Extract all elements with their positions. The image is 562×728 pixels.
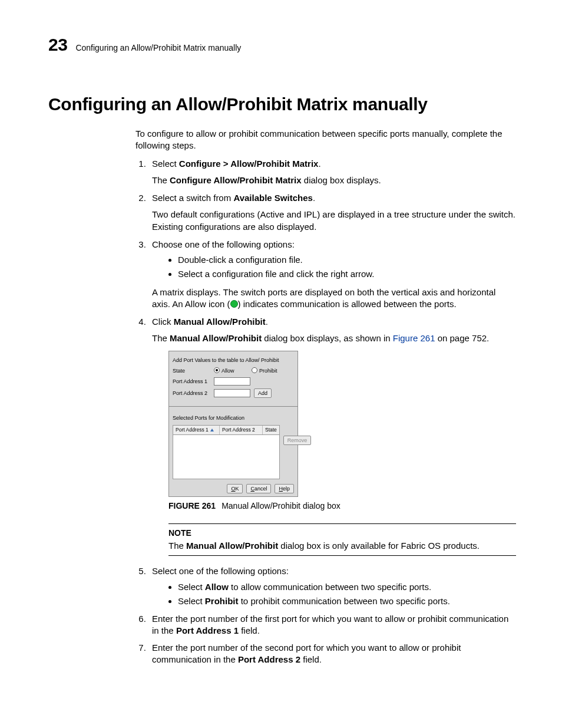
step-4: Click Manual Allow/Prohibit. The Manual …	[148, 316, 516, 556]
step-3-text: Choose one of the following options:	[152, 239, 295, 249]
manual-allow-prohibit-dialog: Add Port Values to the table to Allow/ P…	[168, 351, 298, 498]
allow-icon	[230, 300, 238, 308]
step-1: Select Configure > Allow/Prohibit Matrix…	[148, 158, 516, 187]
note-body: The Manual Allow/Prohibit dialog box is …	[168, 540, 516, 552]
page-title: Configuring an Allow/Prohibit Matrix man…	[48, 93, 516, 117]
table-header: Port Address 1 Port Address 2 State	[173, 425, 280, 435]
step-5-bullet-1: Select Allow to allow communication betw…	[178, 581, 516, 593]
port-address-1-label: Port Address 1	[173, 378, 214, 385]
running-title: Configuring an Allow/Prohibit Matrix man…	[75, 42, 241, 54]
allow-radio[interactable]: Allow	[214, 367, 252, 374]
remove-button[interactable]: Remove	[283, 436, 312, 445]
step-5-text: Select one of the following options:	[152, 566, 289, 576]
step-3-bullet-1: Double-click a configuration file.	[178, 254, 516, 266]
step-6: Enter the port number of the first port …	[148, 613, 516, 637]
step-2: Select a switch from Available Switches.…	[148, 192, 516, 233]
intro-paragraph: To configure to allow or prohibit commun…	[135, 128, 516, 152]
figure-caption: FIGURE 261Manual Allow/Prohibit dialog b…	[168, 500, 516, 512]
sort-asc-icon	[210, 429, 214, 431]
note-heading: NOTE	[168, 528, 516, 539]
figure-link[interactable]: Figure 261	[393, 333, 435, 343]
ok-button[interactable]: OK	[227, 484, 243, 493]
selected-ports-label: Selected Ports for Modification	[173, 414, 294, 421]
col-state[interactable]: State	[263, 426, 279, 434]
port-address-2-input[interactable]	[214, 389, 250, 397]
figure-caption-text: Manual Allow/Prohibit dialog box	[222, 501, 340, 510]
help-button[interactable]: Help	[275, 484, 294, 493]
step-1-sub: The Configure Allow/Prohibit Matrix dial…	[152, 174, 516, 186]
step-5-bullet-2: Select Prohibit to prohibit communicatio…	[178, 595, 516, 607]
port-address-1-input[interactable]	[214, 377, 250, 386]
step-4-text: Click Manual Allow/Prohibit.	[152, 317, 268, 327]
prohibit-radio[interactable]: Prohibit	[252, 367, 277, 374]
step-2-sub: Two default configurations (Active and I…	[152, 209, 516, 233]
step-4-sub: The Manual Allow/Prohibit dialog box dis…	[152, 332, 516, 344]
col-port2[interactable]: Port Address 2	[220, 426, 263, 434]
running-header: 23 Configuring an Allow/Prohibit Matrix …	[48, 33, 516, 57]
figure-label: FIGURE 261	[168, 501, 216, 510]
dialog-header-text: Add Port Values to the table to Allow/ P…	[173, 357, 294, 364]
step-2-text: Select a switch from Available Switches.	[152, 193, 315, 203]
chapter-number: 23	[48, 33, 67, 57]
table-body	[173, 435, 280, 479]
add-button[interactable]: Add	[254, 388, 272, 398]
step-3: Choose one of the following options: Dou…	[148, 239, 516, 310]
step-7: Enter the port number of the second port…	[148, 642, 516, 666]
state-label: State	[173, 367, 214, 374]
step-3-sub: A matrix displays. The switch ports are …	[152, 286, 516, 311]
step-5: Select one of the following options: Sel…	[148, 565, 516, 607]
port-address-2-label: Port Address 2	[173, 390, 214, 397]
col-port1[interactable]: Port Address 1	[176, 427, 209, 433]
cancel-button[interactable]: Cancel	[246, 484, 271, 493]
step-3-bullet-2: Select a configuration file and click th…	[178, 268, 516, 280]
note-block: NOTE The Manual Allow/Prohibit dialog bo…	[168, 523, 516, 556]
step-1-text: Select Configure > Allow/Prohibit Matrix…	[152, 159, 321, 169]
